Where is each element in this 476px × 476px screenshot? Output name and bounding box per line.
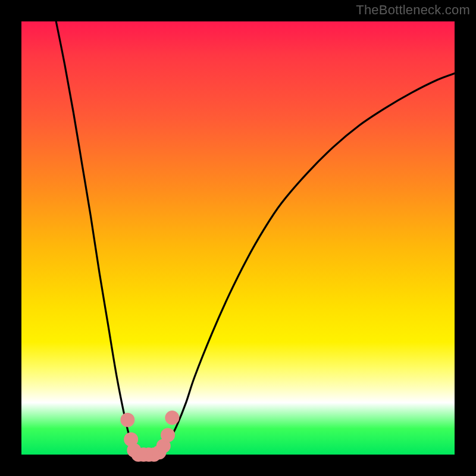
curve-layer bbox=[21, 21, 455, 455]
highlight-dot bbox=[161, 428, 175, 442]
plot-area bbox=[21, 21, 455, 455]
watermark: TheBottleneck.com bbox=[356, 2, 470, 18]
highlight-dots bbox=[120, 411, 179, 462]
highlight-dot bbox=[120, 413, 134, 427]
highlight-dot bbox=[165, 411, 179, 425]
chart-frame: TheBottleneck.com bbox=[0, 0, 476, 476]
bottleneck-curve bbox=[56, 21, 455, 455]
